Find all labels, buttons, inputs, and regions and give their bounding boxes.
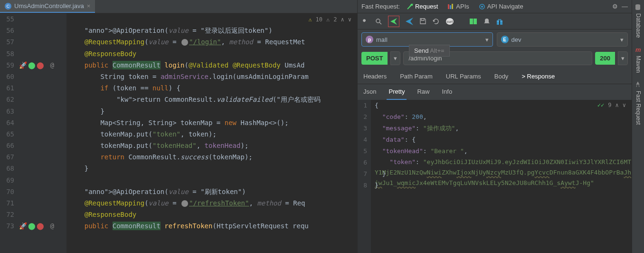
- chevron-down-icon[interactable]: ∨: [623, 102, 626, 108]
- json-line[interactable]: "data": {: [375, 134, 632, 146]
- retry-icon[interactable]: [432, 18, 440, 25]
- http-method[interactable]: POST: [361, 52, 388, 65]
- apis-icon: [447, 4, 454, 10]
- editor-pane: C UmsAdminController.java × ⚠10 ⚠2 ∧ ∨ 5…: [0, 0, 357, 253]
- svg-rect-0: [448, 4, 449, 9]
- tab-response[interactable]: Response: [520, 69, 557, 84]
- json-inspection[interactable]: ✓✓ 9 ∧ ∨: [597, 102, 626, 108]
- json-line[interactable]: {: [375, 100, 632, 111]
- wrench-icon[interactable]: [361, 18, 369, 25]
- response-json[interactable]: ✓✓ 9 ∧ ∨ 12345678 { "code": 200, "messag…: [358, 100, 632, 253]
- editor-tab-bar: C UmsAdminController.java ×: [0, 0, 357, 13]
- doc-icon[interactable]: [469, 18, 478, 25]
- editor-tab[interactable]: C UmsAdminController.java ×: [0, 0, 95, 13]
- check-icon: ✓✓: [597, 102, 604, 108]
- status-code[interactable]: 200: [595, 52, 615, 65]
- code-line[interactable]: }: [68, 163, 357, 174]
- json-line[interactable]: "tokenHead": "Bearer ",: [375, 146, 632, 157]
- code-line[interactable]: [68, 175, 357, 186]
- code-line[interactable]: "anno">@ApiOperation(value = "登录以后返回toke…: [68, 25, 357, 36]
- right-sidebar: Database m Maven Fast Request: [632, 0, 644, 253]
- svg-point-4: [481, 6, 483, 8]
- project-icon: p: [366, 36, 373, 43]
- resp-tab-info[interactable]: Info: [440, 84, 454, 100]
- code-line[interactable]: return CommonResult.success(tokenMap);: [68, 151, 357, 163]
- curl-icon[interactable]: curl: [445, 18, 454, 25]
- svg-rect-9: [470, 19, 473, 24]
- status-dropdown[interactable]: ▾: [618, 51, 628, 65]
- code-line[interactable]: if (token == null) {: [68, 82, 357, 94]
- tab-path-param[interactable]: Path Param: [398, 69, 435, 84]
- chevron-up-icon[interactable]: ∧: [616, 102, 619, 108]
- fr-toolbar: curl: [358, 13, 632, 29]
- chevron-down-icon: ▾: [620, 36, 624, 43]
- json-line[interactable]: "token": "eyJhbGciOiJIUzUxMiJ9.eyJzdWIiO…: [375, 157, 632, 168]
- resp-tab-raw[interactable]: Raw: [415, 84, 431, 100]
- gift-icon[interactable]: [496, 18, 503, 25]
- response-tabs: Json Pretty Raw Info: [358, 84, 632, 100]
- tab-api-navigate[interactable]: API Navigate: [476, 1, 526, 12]
- minimize-icon[interactable]: —: [622, 3, 628, 10]
- close-icon[interactable]: ×: [87, 2, 91, 10]
- sidebar-fast-request[interactable]: Fast Request: [635, 81, 642, 125]
- svg-rect-10: [474, 19, 477, 24]
- java-class-icon: C: [5, 3, 11, 10]
- code-line[interactable]: @RequestMapping(value = "/login", method…: [68, 36, 357, 48]
- selectors-row: p mall ▾ E dev ▾ Send Alt+=: [358, 29, 632, 49]
- code-line[interactable]: public CommonResult refreshToken(HttpSer…: [68, 220, 357, 232]
- svg-point-5: [376, 19, 380, 23]
- code-line[interactable]: Map<String, String> tokenMap = new HashM…: [68, 117, 357, 128]
- code-line[interactable]: String token = adminService.login(umsAdm…: [68, 71, 357, 82]
- code-line[interactable]: tokenMap.put("tokenHead", tokenHead);: [68, 140, 357, 151]
- chevron-down-icon: ▾: [485, 36, 489, 43]
- search-icon[interactable]: [375, 18, 382, 25]
- tab-body[interactable]: Body: [492, 69, 511, 84]
- fr-header: Fast Request: Request APIs API Navigate …: [358, 0, 632, 13]
- target-icon: [479, 3, 485, 10]
- resp-tab-pretty[interactable]: Pretty: [387, 84, 407, 100]
- send-download-button[interactable]: [405, 17, 414, 26]
- svg-text:m: m: [635, 46, 641, 53]
- tab-headers[interactable]: Headers: [361, 69, 388, 84]
- database-icon: [635, 4, 642, 11]
- svg-line-6: [379, 22, 381, 24]
- code-line[interactable]: "anno">@ApiOperation(value = "刷新token"): [68, 186, 357, 197]
- env-selector[interactable]: E dev ▾: [497, 32, 628, 47]
- resp-tab-json[interactable]: Json: [361, 84, 378, 100]
- code-line[interactable]: "kw">return CommonResult.validateFailed(…: [68, 94, 357, 105]
- svg-rect-13: [499, 20, 500, 25]
- send-button[interactable]: [388, 16, 399, 27]
- code-line[interactable]: }: [68, 106, 357, 117]
- request-tabs: Headers Path Param URL Params Body Respo…: [358, 69, 632, 84]
- save-icon[interactable]: [419, 18, 426, 25]
- env-icon: E: [501, 36, 509, 43]
- editor-body[interactable]: ⚠10 ⚠2 ∧ ∨ 55565758596061626364656667686…: [0, 13, 357, 253]
- json-line[interactable]: "message": "操作成功",: [375, 123, 632, 134]
- code-line[interactable]: [68, 13, 357, 25]
- json-line[interactable]: "code": 200,: [375, 111, 632, 123]
- gutter: 55565758596061626364656667686970717273 🚀…: [0, 13, 66, 253]
- fast-request-panel: Fast Request: Request APIs API Navigate …: [357, 0, 632, 253]
- gear-icon[interactable]: ⚙: [612, 3, 618, 10]
- tab-title: UmsAdminController.java: [14, 2, 84, 10]
- url-row: POST ▾ /admin/login 200 ▾: [358, 49, 632, 69]
- svg-rect-1: [450, 5, 451, 9]
- code-line[interactable]: tokenMap.put("token", token);: [68, 128, 357, 140]
- svg-text:curl: curl: [447, 19, 453, 24]
- tab-apis[interactable]: APIs: [445, 1, 472, 12]
- code-line[interactable]: @ResponseBody: [68, 48, 357, 59]
- tab-request[interactable]: Request: [404, 1, 441, 12]
- method-dropdown[interactable]: ▾: [390, 51, 400, 65]
- code-line[interactable]: @ResponseBody: [68, 209, 357, 220]
- rocket-icon: [635, 81, 642, 89]
- sidebar-database[interactable]: Database: [635, 4, 642, 38]
- tab-url-params[interactable]: URL Params: [444, 69, 483, 84]
- maven-icon: m: [635, 46, 642, 54]
- request-icon: [407, 3, 413, 10]
- send-tooltip: Send Alt+=: [409, 45, 450, 57]
- code-line[interactable]: public CommonResult login(@Validated @Re…: [68, 59, 357, 71]
- sidebar-maven[interactable]: m Maven: [635, 46, 642, 73]
- panel-title: Fast Request:: [361, 3, 400, 10]
- bell-icon[interactable]: [483, 18, 490, 25]
- code-line[interactable]: @RequestMapping(value = "/refreshToken",…: [68, 197, 357, 209]
